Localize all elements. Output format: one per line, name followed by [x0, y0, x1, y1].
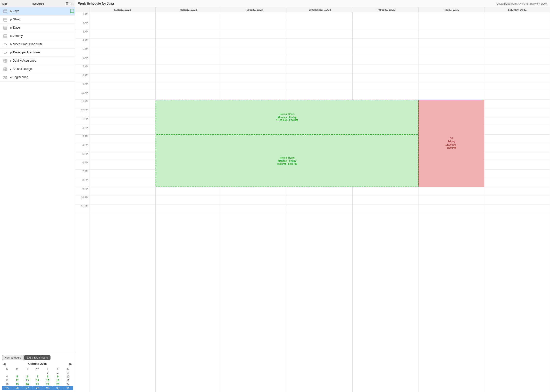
cal-day-cell[interactable]: 31	[63, 386, 73, 390]
day-cell-6-19[interactable]	[484, 178, 550, 187]
next-month-button[interactable]: ▶	[68, 362, 73, 366]
cal-day-cell[interactable]: 12	[12, 378, 22, 382]
day-cell-6-3[interactable]	[484, 39, 550, 47]
day-cell-2-14[interactable]	[221, 135, 287, 143]
cal-day-cell[interactable]: 14	[33, 378, 43, 382]
day-cell-3-20[interactable]	[287, 187, 353, 196]
day-cell-4-8[interactable]	[353, 82, 418, 91]
day-cell-3-0[interactable]	[287, 12, 353, 21]
day-cell-2-17[interactable]	[221, 161, 287, 170]
day-cell-1-15[interactable]	[156, 143, 221, 152]
cal-day-cell[interactable]: 17	[63, 378, 73, 382]
day-cell-0-21[interactable]	[90, 196, 155, 204]
day-cell-2-13[interactable]	[221, 126, 287, 135]
prev-month-button[interactable]: ◀	[2, 362, 7, 366]
day-cell-3-14[interactable]	[287, 135, 353, 143]
day-cell-3-18[interactable]	[287, 170, 353, 178]
day-cell-3-16[interactable]	[287, 152, 353, 161]
resource-row-jaya[interactable]: Jaya	[0, 7, 75, 16]
day-cell-4-1[interactable]	[353, 21, 418, 30]
day-cell-5-20[interactable]	[418, 187, 484, 196]
day-cell-4-11[interactable]	[353, 108, 418, 117]
cal-day-cell[interactable]: 20	[22, 382, 33, 386]
day-cell-6-7[interactable]	[484, 74, 550, 82]
day-cell-5-10[interactable]	[418, 100, 484, 108]
day-cell-2-21[interactable]	[221, 196, 287, 204]
day-cell-4-16[interactable]	[353, 152, 418, 161]
day-cell-6-21[interactable]	[484, 196, 550, 204]
day-cell-5-19[interactable]	[418, 178, 484, 187]
day-cell-5-16[interactable]	[418, 152, 484, 161]
day-cell-5-22[interactable]	[418, 204, 484, 213]
cal-day-cell[interactable]: 8	[42, 375, 53, 378]
cal-day-cell[interactable]: 6	[22, 375, 33, 378]
day-cell-2-2[interactable]	[221, 30, 287, 39]
day-cell-0-4[interactable]	[90, 47, 155, 56]
cal-day-cell[interactable]: 2	[53, 371, 63, 375]
cal-day-cell[interactable]: 18	[2, 382, 12, 386]
day-cell-5-21[interactable]	[418, 196, 484, 204]
resource-row-videoproduction[interactable]: Video Production Suite	[0, 40, 75, 49]
day-cell-0-18[interactable]	[90, 170, 155, 178]
day-cell-3-1[interactable]	[287, 21, 353, 30]
day-cell-1-3[interactable]	[156, 39, 221, 47]
day-cell-5-11[interactable]	[418, 108, 484, 117]
day-cell-1-7[interactable]	[156, 74, 221, 82]
day-cell-2-4[interactable]	[221, 47, 287, 56]
day-cell-0-8[interactable]	[90, 82, 155, 91]
day-cell-0-22[interactable]	[90, 204, 155, 213]
day-cell-3-17[interactable]	[287, 161, 353, 170]
cal-day-cell[interactable]: 4	[2, 375, 12, 378]
day-cell-4-3[interactable]	[353, 39, 418, 47]
day-cell-0-16[interactable]	[90, 152, 155, 161]
day-cell-4-10[interactable]	[353, 100, 418, 108]
day-cell-4-21[interactable]	[353, 196, 418, 204]
day-cell-0-1[interactable]	[90, 21, 155, 30]
day-cell-4-20[interactable]	[353, 187, 418, 196]
day-cell-6-4[interactable]	[484, 47, 550, 56]
day-cell-4-13[interactable]	[353, 126, 418, 135]
day-cell-2-12[interactable]	[221, 117, 287, 126]
day-cell-4-9[interactable]	[353, 91, 418, 100]
day-cell-1-2[interactable]	[156, 30, 221, 39]
day-cell-4-22[interactable]	[353, 204, 418, 213]
day-cell-2-1[interactable]	[221, 21, 287, 30]
day-cell-0-6[interactable]	[90, 65, 155, 74]
day-cell-2-22[interactable]	[221, 204, 287, 213]
day-cell-5-8[interactable]	[418, 82, 484, 91]
day-cell-3-9[interactable]	[287, 91, 353, 100]
day-cell-6-2[interactable]	[484, 30, 550, 39]
day-cell-0-5[interactable]	[90, 56, 155, 65]
day-cell-1-9[interactable]	[156, 91, 221, 100]
day-cell-6-15[interactable]	[484, 143, 550, 152]
cal-day-cell[interactable]: 25	[2, 386, 12, 390]
cal-day-cell[interactable]: 24	[63, 382, 73, 386]
day-cell-4-19[interactable]	[353, 178, 418, 187]
day-cell-0-15[interactable]	[90, 143, 155, 152]
day-cell-1-14[interactable]	[156, 135, 221, 143]
day-cell-1-21[interactable]	[156, 196, 221, 204]
cal-day-cell[interactable]: 11	[2, 378, 12, 382]
cal-day-cell[interactable]: 27	[22, 386, 33, 390]
day-cell-5-3[interactable]	[418, 39, 484, 47]
day-cell-2-10[interactable]	[221, 100, 287, 108]
schedule-icon-jaya[interactable]	[70, 9, 74, 14]
list-view-icon[interactable]: ☰	[65, 1, 69, 6]
day-cell-6-1[interactable]	[484, 21, 550, 30]
day-cell-1-4[interactable]	[156, 47, 221, 56]
resource-row-devhardware[interactable]: Developer Hardware	[0, 49, 75, 57]
day-cell-2-8[interactable]	[221, 82, 287, 91]
day-cell-4-0[interactable]	[353, 12, 418, 21]
day-cell-5-14[interactable]	[418, 135, 484, 143]
day-cell-1-17[interactable]	[156, 161, 221, 170]
day-cell-1-0[interactable]	[156, 12, 221, 21]
day-cell-1-16[interactable]	[156, 152, 221, 161]
cal-day-cell[interactable]: 1	[42, 371, 53, 375]
day-cell-2-19[interactable]	[221, 178, 287, 187]
day-cell-5-17[interactable]	[418, 161, 484, 170]
day-cell-3-4[interactable]	[287, 47, 353, 56]
day-cell-1-6[interactable]	[156, 65, 221, 74]
day-cell-6-13[interactable]	[484, 126, 550, 135]
day-cell-3-10[interactable]	[287, 100, 353, 108]
cal-day-cell[interactable]: 9	[53, 375, 63, 378]
